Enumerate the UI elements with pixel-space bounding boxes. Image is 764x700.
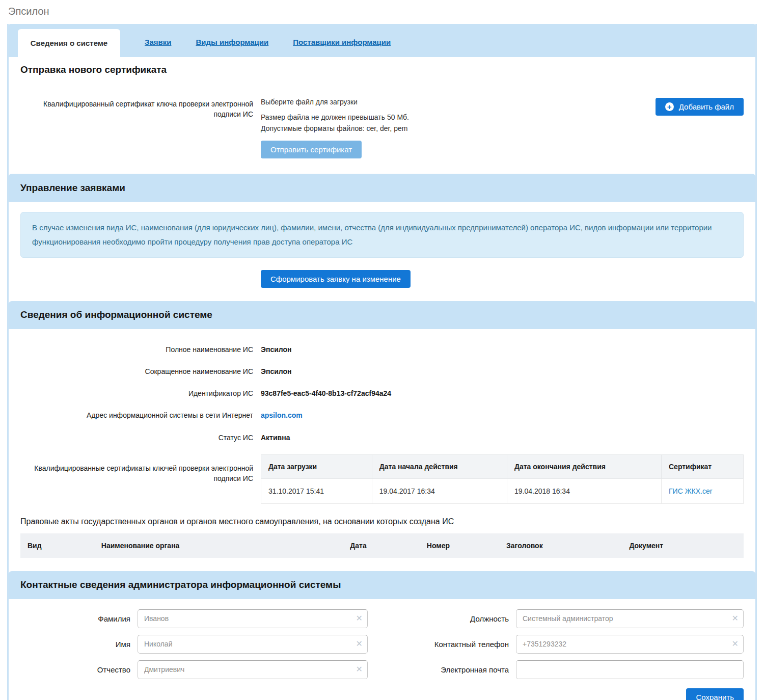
file-size-hint: Размер файла не должен превышать 50 Мб. <box>261 113 648 121</box>
add-file-label: Добавить файл <box>679 102 734 111</box>
tab-system-info[interactable]: Сведения о системе <box>18 29 120 57</box>
field-label: Адрес информационной системы в сети Инте… <box>20 410 253 420</box>
column-header: Сертификат <box>661 454 743 478</box>
send-certificate-button[interactable]: Отправить сертификат <box>261 141 362 158</box>
first-name-field-wrap: ✕ <box>138 635 368 654</box>
request-button-row: Сформировать заявку на изменение <box>261 270 744 288</box>
info-row-status: Статус ИС Активна <box>20 433 744 443</box>
field-value: 93c87fe5-eac5-4f40-8b13-cf72acf94a24 <box>261 389 744 397</box>
certificates-label: Квалифицированные сертификаты ключей про… <box>20 463 253 484</box>
info-row-short-name: Сокращенное наименование ИС Эпсилон <box>20 366 744 376</box>
info-row-internet-address: Адрес информационной системы в сети Инте… <box>20 410 744 420</box>
last-name-field-wrap: ✕ <box>138 609 368 628</box>
contacts-section: Фамилия ✕ Должность ✕ Имя ✕ Контактный т… <box>9 609 755 700</box>
requests-info-box: В случае изменения вида ИС, наименования… <box>20 212 744 258</box>
column-header: Заголовок <box>499 533 622 558</box>
position-field[interactable] <box>516 609 744 628</box>
column-header: Документ <box>622 533 744 558</box>
legal-acts-table: Вид Наименование органа Дата Номер Загол… <box>20 533 744 558</box>
clear-icon[interactable]: ✕ <box>356 614 363 623</box>
legal-acts-title: Правовые акты государственных органов и … <box>20 517 744 526</box>
email-field-wrap <box>516 660 744 679</box>
tab-info-providers-link[interactable]: Поставщики информации <box>293 38 391 46</box>
last-name-field[interactable] <box>138 609 368 628</box>
create-change-request-button[interactable]: Сформировать заявку на изменение <box>261 270 411 288</box>
page-title: Эпсилон <box>0 0 764 24</box>
clear-icon[interactable]: ✕ <box>356 665 363 674</box>
certificate-file-link[interactable]: ГИС ЖКХ.cer <box>669 487 712 495</box>
first-name-field[interactable] <box>138 635 368 654</box>
tab-requests-link[interactable]: Заявки <box>145 38 171 46</box>
phone-field-wrap: ✕ <box>516 635 744 654</box>
requests-section: В случае изменения вида ИС, наименования… <box>9 212 755 288</box>
certificate-field-label: Квалифицированный сертификат ключа прове… <box>20 98 253 120</box>
file-formats-hint: Допустимые форматы файлов: cer, der, pem <box>261 124 648 132</box>
save-button[interactable]: Сохранить <box>686 688 744 700</box>
first-name-label: Имя <box>20 640 130 649</box>
certificates-table-header-row: Дата загрузки Дата начала действия Дата … <box>261 454 744 478</box>
table-row: 31.10.2017 15:41 19.04.2017 16:34 19.04.… <box>261 478 744 503</box>
end-date-cell: 19.04.2018 16:34 <box>507 478 661 503</box>
certificate-upload-heading: Отправка нового сертификата <box>20 57 744 75</box>
position-label: Должность <box>375 614 509 623</box>
email-field[interactable] <box>516 660 744 679</box>
certificate-field-row: Квалифицированный сертификат ключа прове… <box>20 98 744 160</box>
middle-name-field[interactable] <box>138 660 368 679</box>
tab-bar: Сведения о системе Заявки Виды информаци… <box>9 24 755 57</box>
certificate-upload-section: Отправка нового сертификата Квалифициров… <box>9 57 755 160</box>
middle-name-label: Отчество <box>20 665 130 674</box>
info-row-full-name: Полное наименование ИС Эпсилон <box>20 344 744 355</box>
save-row: Сохранить <box>20 688 744 700</box>
field-label: Статус ИС <box>20 433 253 443</box>
email-label: Электронная почта <box>375 665 509 674</box>
add-file-button[interactable]: + Добавить файл <box>656 98 744 116</box>
system-info-section-header: Сведения об информационной системе <box>9 301 755 329</box>
system-info-section: Полное наименование ИС Эпсилон Сокращенн… <box>9 344 755 558</box>
column-header: Дата загрузки <box>261 454 372 478</box>
field-label: Сокращенное наименование ИС <box>20 366 253 376</box>
column-header: Вид <box>20 533 94 558</box>
last-name-label: Фамилия <box>20 614 130 623</box>
status-value: Активна <box>261 434 744 442</box>
phone-field[interactable] <box>516 635 744 654</box>
tab-info-providers: Поставщики информации <box>293 24 391 57</box>
column-header: Наименование органа <box>94 533 343 558</box>
certificates-table: Дата загрузки Дата начала действия Дата … <box>261 454 744 504</box>
choose-file-text: Выберите файл для загрузки <box>261 98 648 106</box>
requests-section-header: Управление заявками <box>9 174 755 202</box>
file-info: Выберите файл для загрузки Размер файла … <box>261 98 648 158</box>
column-header: Номер <box>420 533 499 558</box>
add-file-wrap: + Добавить файл <box>656 98 744 116</box>
clear-icon[interactable]: ✕ <box>732 640 739 648</box>
column-header: Дата начала действия <box>372 454 507 478</box>
field-value: Эпсилон <box>261 367 744 375</box>
clear-icon[interactable]: ✕ <box>356 640 363 648</box>
column-header: Дата <box>343 533 420 558</box>
middle-name-field-wrap: ✕ <box>138 660 368 679</box>
tab-info-types-link[interactable]: Виды информации <box>196 38 268 46</box>
field-label: Идентификатор ИС <box>20 388 253 398</box>
field-value: Эпсилон <box>261 345 744 354</box>
position-field-wrap: ✕ <box>516 609 744 628</box>
info-row-certificates: Квалифицированные сертификаты ключей про… <box>20 454 744 504</box>
system-url-link[interactable]: apsilon.com <box>261 411 303 419</box>
legal-acts-header-row: Вид Наименование органа Дата Номер Загол… <box>20 533 744 558</box>
column-header: Дата окончания действия <box>507 454 661 478</box>
main-panel: Сведения о системе Заявки Виды информаци… <box>7 24 757 700</box>
upload-date-cell: 31.10.2017 15:41 <box>261 478 372 503</box>
info-row-identifier: Идентификатор ИС 93c87fe5-eac5-4f40-8b13… <box>20 388 744 398</box>
plus-circle-icon: + <box>665 102 674 111</box>
start-date-cell: 19.04.2017 16:34 <box>372 478 507 503</box>
phone-label: Контактный телефон <box>375 640 509 649</box>
contact-form: Фамилия ✕ Должность ✕ Имя ✕ Контактный т… <box>20 609 744 679</box>
contacts-section-header: Контактные сведения администратора инфор… <box>9 571 755 599</box>
clear-icon[interactable]: ✕ <box>732 614 739 623</box>
tab-info-types: Виды информации <box>196 24 268 57</box>
field-label: Полное наименование ИС <box>20 344 253 355</box>
tab-requests: Заявки <box>145 24 171 57</box>
